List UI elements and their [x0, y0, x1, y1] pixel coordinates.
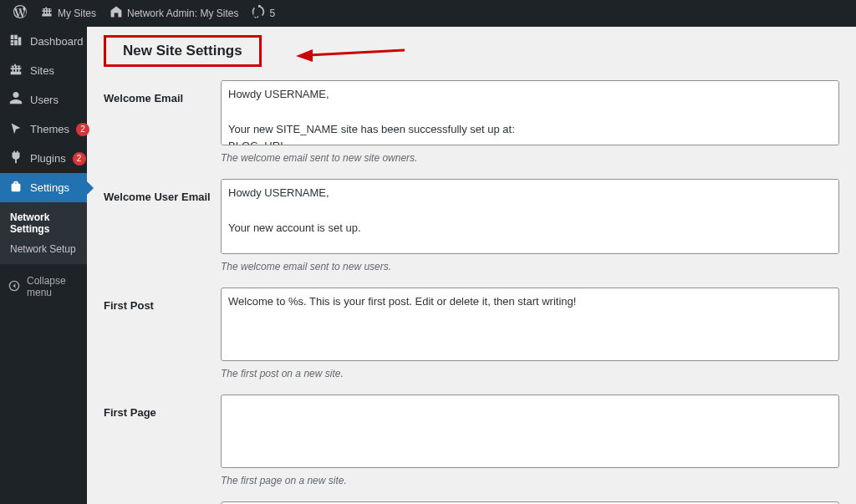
update-badge: 2: [76, 123, 89, 136]
sidebar-item-label: Users: [30, 94, 59, 106]
users-icon: [8, 91, 23, 109]
sidebar-item-label: Themes: [30, 123, 69, 135]
label-first-page: First Page: [104, 395, 221, 501]
wp-logo-menu[interactable]: [7, 0, 33, 27]
sites-icon: [40, 5, 54, 22]
sidebar-item-dashboard[interactable]: Dashboard: [0, 27, 87, 56]
updates-count: 5: [269, 8, 275, 19]
label-first-post: First Post: [104, 288, 221, 395]
themes-icon: [8, 120, 23, 138]
desc-welcome-email: The welcome email sent to new site owner…: [221, 152, 839, 164]
label-welcome-user-email: Welcome User Email: [104, 179, 221, 288]
row-welcome-email: Welcome Email The welcome email sent to …: [104, 80, 839, 179]
sidebar-item-label: Sites: [30, 64, 54, 77]
home-icon: [110, 5, 123, 22]
network-admin-label: Network Admin: My Sites: [127, 8, 238, 19]
settings-icon: [8, 179, 23, 196]
updates-menu[interactable]: 5: [245, 0, 282, 27]
sidebar-item-themes[interactable]: Themes 2: [0, 115, 87, 144]
collapse-icon: [8, 280, 20, 294]
input-first-post[interactable]: [221, 288, 839, 361]
collapse-menu[interactable]: Collapse menu: [0, 269, 87, 304]
update-badge: 2: [73, 152, 86, 165]
svg-line-1: [308, 50, 405, 55]
settings-table: Welcome Email The welcome email sent to …: [104, 80, 839, 504]
sidebar-item-label: Settings: [30, 181, 69, 194]
submenu-network-setup[interactable]: Network Setup: [0, 239, 87, 259]
input-welcome-user-email[interactable]: [221, 179, 839, 254]
svg-marker-2: [296, 49, 313, 62]
plugins-icon: [8, 150, 23, 167]
admin-bar: My Sites Network Admin: My Sites 5: [0, 0, 856, 27]
input-welcome-email[interactable]: [221, 80, 839, 145]
network-admin-menu[interactable]: Network Admin: My Sites: [103, 0, 245, 27]
sidebar-item-label: Dashboard: [30, 35, 84, 48]
sidebar-item-label: Plugins: [30, 152, 66, 165]
sidebar-item-settings[interactable]: Settings: [0, 173, 87, 202]
annotation-arrow: [296, 42, 405, 64]
desc-first-post: The first post on a new site.: [221, 368, 839, 379]
wordpress-icon: [13, 5, 27, 22]
row-welcome-user-email: Welcome User Email The welcome email sen…: [104, 179, 839, 288]
sidebar-item-users[interactable]: Users: [0, 85, 87, 115]
settings-submenu: Network Settings Network Setup: [0, 202, 87, 264]
main-content: New Site Settings Welcome Email The welc…: [87, 27, 856, 504]
collapse-label: Collapse menu: [27, 275, 79, 298]
desc-welcome-user-email: The welcome email sent to new users.: [221, 261, 839, 272]
section-title: New Site Settings: [104, 35, 262, 67]
section-heading-wrap: New Site Settings: [104, 35, 839, 67]
my-sites-label: My Sites: [58, 8, 96, 19]
sites-icon: [8, 62, 23, 79]
desc-first-page: The first page on a new site.: [221, 475, 839, 486]
my-sites-menu[interactable]: My Sites: [33, 0, 103, 27]
row-first-post: First Post The first post on a new site.: [104, 288, 839, 395]
sidebar-item-sites[interactable]: Sites: [0, 56, 87, 85]
row-first-page: First Page The first page on a new site.: [104, 395, 839, 501]
update-icon: [252, 5, 265, 22]
input-first-page[interactable]: [221, 395, 839, 468]
admin-sidebar: Dashboard Sites Users Themes 2 Plugins 2…: [0, 27, 87, 504]
sidebar-item-plugins[interactable]: Plugins 2: [0, 144, 87, 173]
label-welcome-email: Welcome Email: [104, 80, 221, 179]
dashboard-icon: [8, 33, 23, 50]
submenu-network-settings[interactable]: Network Settings: [0, 207, 87, 239]
